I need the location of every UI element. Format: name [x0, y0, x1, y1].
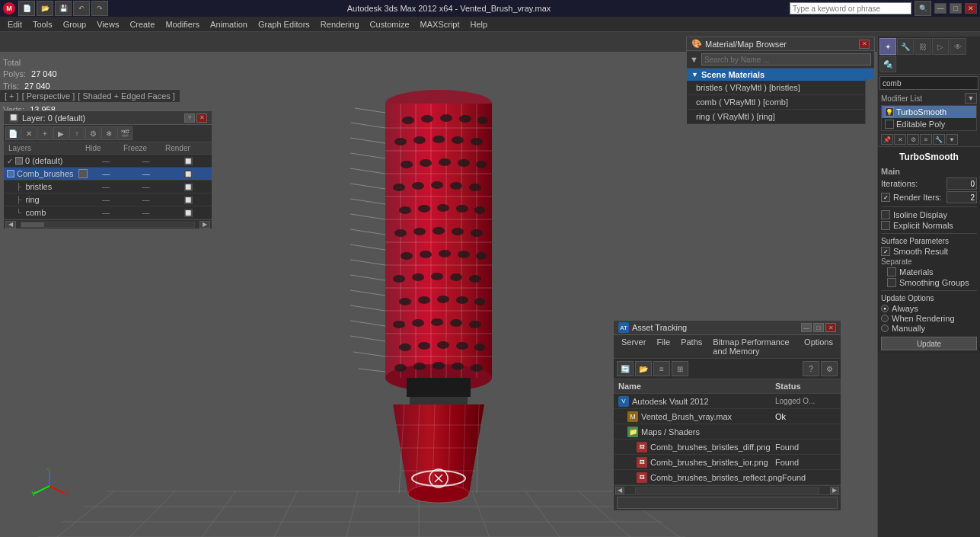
- mb-item-comb[interactable]: comb ( VRayMtl ) [comb]: [687, 95, 874, 110]
- mod-pin-btn[interactable]: 📌: [881, 134, 893, 145]
- mod-remove-btn[interactable]: ✕: [894, 134, 906, 145]
- menu-edit[interactable]: Edit: [3, 18, 27, 30]
- ts-smooth-check[interactable]: [881, 247, 890, 256]
- lm-scroll-right[interactable]: ▶: [200, 221, 210, 229]
- at-tb-help[interactable]: ?: [803, 361, 819, 376]
- lm-freeze-btn[interactable]: ❄: [101, 126, 117, 140]
- at-menu-options[interactable]: Options: [800, 337, 838, 356]
- cp-tab-modify[interactable]: 🔧: [897, 38, 914, 55]
- at-row-diff[interactable]: 🖼 Comb_brushes_bristles_diff.png Found: [614, 440, 841, 455]
- lm-row-default[interactable]: ✓ 0 (default) — — 🔲: [4, 155, 212, 168]
- lm-close-btn[interactable]: ✕: [196, 113, 207, 123]
- modifier-editpoly[interactable]: Editable Poly: [882, 118, 976, 130]
- lm-scroll-left[interactable]: ◀: [5, 221, 16, 229]
- lm-row-comb-brushes[interactable]: Comb_brushes — — 🔲: [4, 168, 212, 181]
- cp-tab-utilities[interactable]: 🔩: [879, 56, 896, 72]
- at-menu-file[interactable]: File: [652, 337, 675, 356]
- at-menu-server[interactable]: Server: [617, 337, 650, 356]
- lm-scroll-track[interactable]: [21, 222, 195, 228]
- ts-explicit-check[interactable]: [881, 221, 890, 230]
- lm-select-btn[interactable]: ▶: [53, 126, 69, 140]
- at-row-ior[interactable]: 🖼 Comb_brushes_bristles_ior.png Found: [614, 455, 841, 470]
- at-min-btn[interactable]: —: [801, 323, 812, 332]
- menu-customize[interactable]: Customize: [366, 18, 414, 30]
- cp-tab-hierarchy[interactable]: ⛓: [915, 38, 931, 55]
- menu-maxscript[interactable]: MAXScript: [416, 18, 464, 30]
- menu-rendering[interactable]: Rendering: [316, 18, 364, 30]
- modifier-search-input[interactable]: [879, 76, 978, 90]
- lm-settings-btn[interactable]: ⚙: [85, 126, 101, 140]
- at-scrollbar[interactable]: ◀ ▶: [614, 485, 841, 494]
- menu-group[interactable]: Group: [59, 18, 91, 30]
- close-button[interactable]: ✕: [965, 3, 977, 14]
- mod-config-btn[interactable]: ⚙: [907, 134, 919, 145]
- mb-scroll-thumb[interactable]: [866, 79, 874, 125]
- search-button[interactable]: 🔍: [915, 1, 931, 16]
- at-tb-grid[interactable]: ⊞: [672, 361, 688, 376]
- toolbar-redo[interactable]: ↷: [91, 1, 108, 16]
- at-tb-settings[interactable]: ⚙: [821, 361, 838, 376]
- ts-materials-check[interactable]: [887, 267, 896, 276]
- mb-item-bristles[interactable]: bristles ( VRayMtl ) [bristles]: [687, 81, 874, 95]
- at-menu-paths[interactable]: Paths: [676, 337, 707, 356]
- ts-update-button[interactable]: Update: [881, 337, 977, 350]
- toolbar-undo[interactable]: ↶: [73, 1, 90, 16]
- menu-views[interactable]: Views: [92, 18, 123, 30]
- ts-smoothgroups-check[interactable]: [887, 278, 896, 287]
- ts-radio-whenrender[interactable]: [881, 315, 889, 322]
- lm-move-btn[interactable]: ↑: [69, 126, 85, 140]
- at-scroll-right[interactable]: ▶: [830, 487, 839, 494]
- menu-help[interactable]: Help: [466, 18, 493, 30]
- menu-create[interactable]: Create: [125, 18, 159, 30]
- mb-search-input[interactable]: [701, 53, 871, 66]
- lm-delete-btn[interactable]: ✕: [21, 126, 37, 140]
- toolbar-save[interactable]: 💾: [55, 1, 72, 16]
- lm-add-btn[interactable]: +: [37, 126, 53, 140]
- ts-renderiter-check[interactable]: [881, 193, 890, 202]
- lm-scrollbar[interactable]: ◀ ▶: [4, 219, 212, 229]
- cp-tab-create[interactable]: ✦: [879, 38, 896, 55]
- menu-modifiers[interactable]: Modifiers: [161, 18, 204, 30]
- mod-more-btn[interactable]: ≡: [920, 134, 932, 145]
- at-max-btn[interactable]: □: [813, 323, 824, 332]
- modifier-turbosm[interactable]: 💡 TurboSmooth: [882, 106, 976, 118]
- lm-render-btn[interactable]: 🎬: [117, 126, 132, 140]
- ts-radio-always[interactable]: [881, 305, 889, 312]
- mb-item-ring[interactable]: ring ( VRayMtl ) [ring]: [687, 110, 874, 124]
- cp-tab-display[interactable]: 👁: [950, 38, 966, 55]
- lm-row-bristles[interactable]: ├ bristles — — 🔲: [4, 181, 212, 193]
- at-row-reflect[interactable]: 🖼 Comb_brushes_bristles_reflect.png Foun…: [614, 470, 841, 485]
- ts-radio-manually[interactable]: [881, 324, 889, 332]
- at-tb-refresh[interactable]: 🔄: [617, 361, 634, 376]
- at-scroll-track[interactable]: [635, 487, 819, 494]
- mb-close-btn[interactable]: ✕: [859, 40, 870, 49]
- lm-row-ring[interactable]: ├ ring — — 🔲: [4, 193, 212, 206]
- toolbar-open[interactable]: 📂: [37, 1, 53, 16]
- modifier-list-dropdown-btn[interactable]: ▼: [965, 93, 977, 104]
- maximize-button[interactable]: □: [950, 3, 962, 14]
- at-row-vault[interactable]: V Autodesk Vault 2012 Logged O...: [614, 394, 841, 409]
- ts-renderiter-input[interactable]: [946, 191, 977, 203]
- mod-collapse-btn[interactable]: ▼: [946, 134, 958, 145]
- minimize-button[interactable]: —: [934, 3, 946, 14]
- menu-tools[interactable]: Tools: [28, 18, 57, 30]
- at-row-maxfile[interactable]: M Vented_Brush_vray.max Ok: [614, 409, 841, 424]
- at-close-btn[interactable]: ✕: [825, 323, 836, 332]
- mod-tools-btn[interactable]: 🔧: [933, 134, 945, 145]
- lm-help-btn[interactable]: ?: [184, 113, 195, 123]
- cp-tab-motion[interactable]: ▷: [932, 38, 949, 55]
- at-row-maps[interactable]: 📁 Maps / Shaders: [614, 424, 841, 440]
- menu-animation[interactable]: Animation: [206, 18, 252, 30]
- mb-scrollbar[interactable]: [865, 79, 874, 124]
- ts-iterations-input[interactable]: [946, 177, 977, 190]
- lm-row-comb[interactable]: └ comb — — 🔲: [4, 206, 212, 219]
- main-search-input[interactable]: [790, 2, 911, 14]
- at-tb-list[interactable]: ≡: [653, 361, 670, 376]
- lm-new-btn[interactable]: 📄: [5, 126, 21, 140]
- at-scroll-left[interactable]: ◀: [615, 487, 624, 494]
- ts-isoline-check[interactable]: [881, 210, 890, 219]
- menu-graph-editors[interactable]: Graph Editors: [254, 18, 314, 30]
- at-path-input[interactable]: [617, 497, 838, 509]
- at-tb-resolve[interactable]: 📂: [635, 361, 652, 376]
- toolbar-new[interactable]: 📄: [18, 1, 35, 16]
